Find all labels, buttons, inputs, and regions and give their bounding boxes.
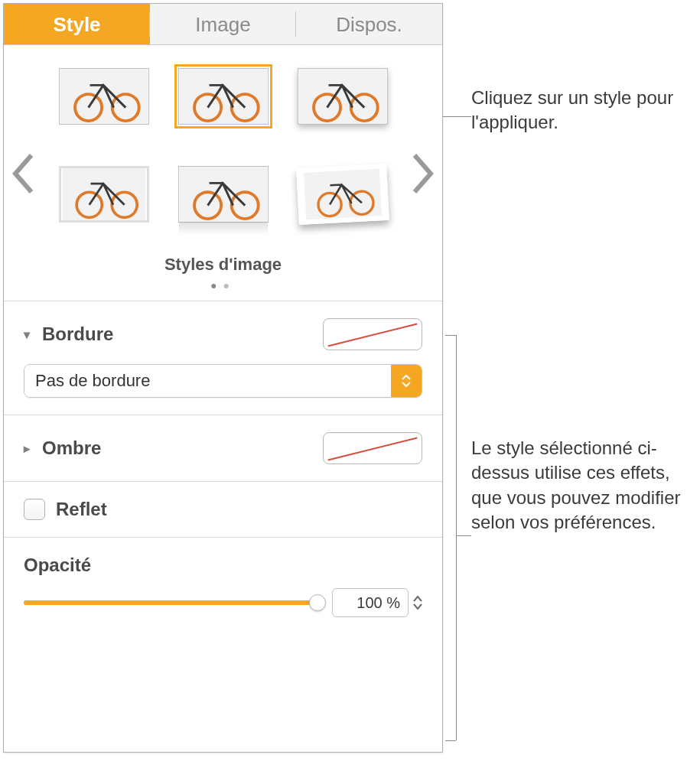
style-thumbnails — [13, 68, 433, 235]
opacity-label: Opacité — [24, 554, 422, 576]
callout-effects: Le style sélectionné ci-dessus utilise c… — [471, 436, 693, 535]
reflection-label: Reflet — [56, 499, 107, 520]
callout-bracket — [456, 535, 471, 536]
styles-next-page[interactable] — [410, 160, 438, 187]
shadow-disclosure[interactable]: ▸ Ombre — [24, 437, 101, 459]
page-dots[interactable]: ●● — [13, 279, 433, 291]
tab-style[interactable]: Style — [4, 4, 150, 44]
styles-prev-page[interactable] — [8, 160, 36, 187]
border-disclosure[interactable]: ▾ Bordure — [24, 324, 113, 345]
shadow-swatch-none[interactable] — [323, 432, 422, 464]
slider-fill — [24, 600, 318, 605]
opacity-section: Opacité 100 % — [4, 537, 442, 634]
format-tabs: Style Image Dispos. — [4, 4, 442, 45]
stepper-up[interactable] — [413, 595, 422, 603]
border-dropdown-value: Pas de bordure — [24, 365, 391, 397]
opacity-stepper: 100 % — [332, 588, 422, 617]
dropdown-arrows-icon — [391, 365, 422, 397]
border-label: Bordure — [42, 324, 113, 345]
chevron-right-icon: ▸ — [24, 441, 34, 456]
tab-style-label: Style — [53, 13, 100, 36]
tab-image[interactable]: Image — [150, 4, 296, 44]
reflection-checkbox[interactable] — [24, 499, 45, 520]
border-section: ▾ Bordure Pas de bordure — [4, 301, 442, 415]
callout-bracket — [456, 335, 457, 740]
image-styles-title: Styles d'image — [13, 255, 433, 275]
border-type-dropdown[interactable]: Pas de bordure — [24, 364, 422, 398]
reflection-section: Reflet — [4, 481, 442, 537]
tab-dispos-label: Dispos. — [336, 13, 402, 36]
style-thumb-6[interactable] — [296, 164, 389, 225]
opacity-value-field[interactable]: 100 % — [332, 588, 409, 617]
callout-bracket — [445, 740, 456, 741]
style-thumb-5[interactable] — [178, 166, 269, 223]
opacity-slider[interactable] — [24, 595, 318, 610]
callout-apply-style: Cliquez sur un style pour l'appliquer. — [471, 86, 685, 135]
chevron-down-icon: ▾ — [24, 327, 34, 342]
shadow-section: ▸ Ombre — [4, 415, 442, 481]
stepper-down[interactable] — [413, 603, 422, 610]
shadow-label: Ombre — [42, 437, 101, 459]
style-thumb-3[interactable] — [298, 68, 388, 125]
format-panel: Style Image Dispos. Styles d'image ●● — [3, 3, 443, 753]
callout-bracket — [445, 335, 456, 336]
image-styles-area: Styles d'image ●● — [4, 45, 442, 301]
style-thumb-1[interactable] — [59, 68, 149, 125]
tab-image-label: Image — [195, 13, 250, 36]
tab-dispos[interactable]: Dispos. — [296, 4, 442, 44]
slider-thumb[interactable] — [309, 594, 326, 611]
border-swatch-none[interactable] — [323, 318, 422, 350]
style-thumb-2[interactable] — [178, 68, 269, 125]
stepper-arrows — [413, 588, 422, 617]
style-thumb-4[interactable] — [59, 166, 149, 223]
